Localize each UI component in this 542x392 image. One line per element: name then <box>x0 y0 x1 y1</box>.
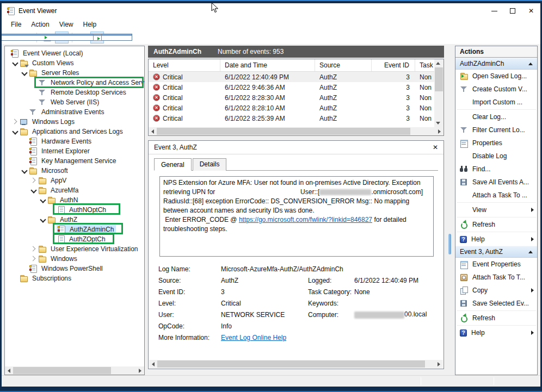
tree-item-microsoft[interactable]: Microsoft <box>5 166 144 176</box>
tree-item-server-roles[interactable]: Server Roles <box>5 68 144 78</box>
action-find[interactable]: Find... <box>455 163 537 176</box>
event-log-online-help-link[interactable]: Event Log Online Help <box>221 334 286 341</box>
chevron-collapsed-icon[interactable] <box>29 254 38 264</box>
tree-item-appv[interactable]: AppV <box>5 176 144 185</box>
tree-item-internet-explorer[interactable]: Internet Explorer <box>5 146 144 156</box>
minimize-button[interactable] <box>485 3 503 18</box>
action-import-custom-view[interactable]: Import Custom ... <box>455 96 537 109</box>
tree-item-administrative-events[interactable]: Administrative Events <box>5 107 144 117</box>
action-properties[interactable]: Properties <box>455 136 537 150</box>
action-clear-log[interactable]: Clear Log... <box>455 110 537 123</box>
tree-item-user-experience-virtualization[interactable]: User Experience Virtualization <box>5 244 144 254</box>
tree-item-subscriptions[interactable]: Subscriptions <box>5 273 144 283</box>
scroll-right-arrow[interactable] <box>435 360 443 368</box>
column-event-id[interactable]: Event ID <box>372 59 415 71</box>
action-create-custom-view[interactable]: Create Custom V... <box>455 83 537 96</box>
pane-splitter[interactable] <box>447 46 452 375</box>
scrollbar-thumb[interactable] <box>157 360 425 368</box>
chevron-expanded-icon[interactable] <box>10 59 20 68</box>
tree-item-authzadminch[interactable]: AuthZAdminCh <box>5 225 144 234</box>
scroll-left-arrow[interactable] <box>5 366 13 375</box>
actions-section-authzadminch[interactable]: AuthZAdminCh <box>455 58 537 70</box>
action-copy[interactable]: Copy <box>455 284 537 297</box>
event-row[interactable]: Critical 6/1/2022 8:28:30 AM AuthZ 3 Non <box>149 92 434 103</box>
menu-action[interactable]: Action <box>26 20 54 29</box>
event-row[interactable]: Critical 6/1/2022 8:28:10 AM AuthZ 3 Non <box>149 103 434 113</box>
chevron-collapsed-icon[interactable] <box>10 117 20 127</box>
scroll-left-arrow[interactable] <box>149 127 157 135</box>
action-save-all-events[interactable]: Save All Events A... <box>455 176 537 189</box>
column-task[interactable]: Task <box>415 59 434 71</box>
menu-help[interactable]: Help <box>78 20 102 29</box>
tree-item-event-viewer-local[interactable]: Event Viewer (Local) <box>5 48 144 58</box>
tree-item-network-policy-access[interactable]: Network Policy and Access Servic <box>5 78 144 88</box>
event-row[interactable]: Critical 6/1/2022 9:46:36 AM AuthZ 3 Non <box>149 82 434 92</box>
action-attach-task-to-event[interactable]: Attach Task To T... <box>455 271 537 284</box>
action-help[interactable]: Help <box>455 233 537 246</box>
close-button[interactable] <box>522 3 540 18</box>
action-save-selected-events[interactable]: Save Selected Ev... <box>455 297 537 310</box>
tree-item-hardware-events[interactable]: Hardware Events <box>5 136 144 146</box>
menu-file[interactable]: File <box>6 20 26 29</box>
action-event-properties[interactable]: Event Properties <box>455 258 537 271</box>
tree-horizontal-scrollbar[interactable] <box>5 366 144 375</box>
tree-item-remote-desktop-services[interactable]: Remote Desktop Services <box>5 88 144 97</box>
collapse-section-icon[interactable] <box>528 63 533 65</box>
tab-general[interactable]: General <box>154 158 192 171</box>
scroll-right-arrow[interactable] <box>136 366 144 375</box>
tree-item-windows-powershell[interactable]: Windows PowerShell <box>5 264 144 273</box>
action-view[interactable]: View <box>455 203 537 216</box>
tab-details[interactable]: Details <box>193 158 227 171</box>
event-description[interactable]: NPS Extension for Azure MFA: User not fo… <box>159 176 434 257</box>
chevron-expanded-icon[interactable] <box>38 196 47 205</box>
action-help-event[interactable]: Help <box>455 326 537 339</box>
error-code-link[interactable]: https://go.microsoft.com/fwlink/?linkid=… <box>239 216 372 223</box>
action-refresh[interactable]: Refresh <box>455 218 537 231</box>
scroll-left-arrow[interactable] <box>149 360 157 368</box>
tree-item-authnoptch[interactable]: AuthNOptCh <box>5 205 144 215</box>
menu-view[interactable]: View <box>54 20 78 29</box>
action-attach-task-to-log[interactable]: Attach a Task To ... <box>455 189 537 202</box>
splitter-handle[interactable] <box>448 234 451 254</box>
scrollbar-thumb[interactable] <box>13 367 111 374</box>
tree-item-azuremfa[interactable]: AzureMfa <box>5 185 144 195</box>
detail-horizontal-scrollbar[interactable] <box>149 360 443 368</box>
show-console-tree-button[interactable] <box>55 32 69 43</box>
tree-item-windows-logs[interactable]: Windows Logs <box>5 117 144 127</box>
chevron-collapsed-icon[interactable] <box>29 245 38 254</box>
chevron-collapsed-icon[interactable] <box>29 176 38 185</box>
event-row[interactable]: Critical 6/1/2022 8:25:39 AM AuthZ 3 Non <box>149 113 434 123</box>
scroll-right-arrow[interactable] <box>435 127 444 135</box>
column-source[interactable]: Source <box>315 59 372 71</box>
actions-section-event3-authz[interactable]: Event 3, AuthZ <box>455 246 537 258</box>
chevron-expanded-icon[interactable] <box>38 215 47 225</box>
tree-item-authn[interactable]: AuthN <box>5 195 144 205</box>
column-level[interactable]: Level <box>149 59 220 71</box>
tree-item-authzoptch[interactable]: AuthZOptCh <box>5 234 144 244</box>
close-detail-icon[interactable]: ✕ <box>433 144 438 151</box>
event-row[interactable]: Critical 6/1/2022 12:40:49 PM AuthZ 3 No… <box>149 72 434 82</box>
collapse-section-icon[interactable] <box>528 251 533 253</box>
event-list-vertical-scrollbar[interactable] <box>434 59 444 127</box>
action-filter-current-log[interactable]: Filter Current Lo... <box>455 123 537 136</box>
action-disable-log[interactable]: Disable Log <box>455 150 537 163</box>
tree-item-web-server-iis[interactable]: Web Server (IIS) <box>5 97 144 107</box>
chevron-expanded-icon[interactable] <box>20 166 29 176</box>
tree-item-windows[interactable]: Windows <box>5 254 144 264</box>
tree-item-key-management-service[interactable]: Key Management Service <box>5 156 144 166</box>
tree-item-applications-services-logs[interactable]: Applications and Services Logs <box>5 127 144 136</box>
scrollbar-thumb[interactable] <box>157 128 410 135</box>
tree-item-custom-views[interactable]: Custom Views <box>5 58 144 68</box>
chevron-expanded-icon[interactable] <box>20 69 29 78</box>
scrollbar-thumb[interactable] <box>435 67 443 91</box>
action-refresh-event[interactable]: Refresh <box>455 312 537 325</box>
chevron-expanded-icon[interactable] <box>29 186 38 195</box>
column-date-time[interactable]: Date and Time <box>220 59 315 71</box>
action-open-saved-log[interactable]: Open Saved Log... <box>455 70 537 83</box>
scroll-down-arrow[interactable] <box>434 119 444 127</box>
scroll-up-arrow[interactable] <box>434 59 444 67</box>
event-list-horizontal-scrollbar[interactable] <box>149 127 444 135</box>
maximize-button[interactable] <box>503 3 522 18</box>
chevron-expanded-icon[interactable] <box>10 127 20 136</box>
tree-item-authz[interactable]: AuthZ <box>5 215 144 225</box>
